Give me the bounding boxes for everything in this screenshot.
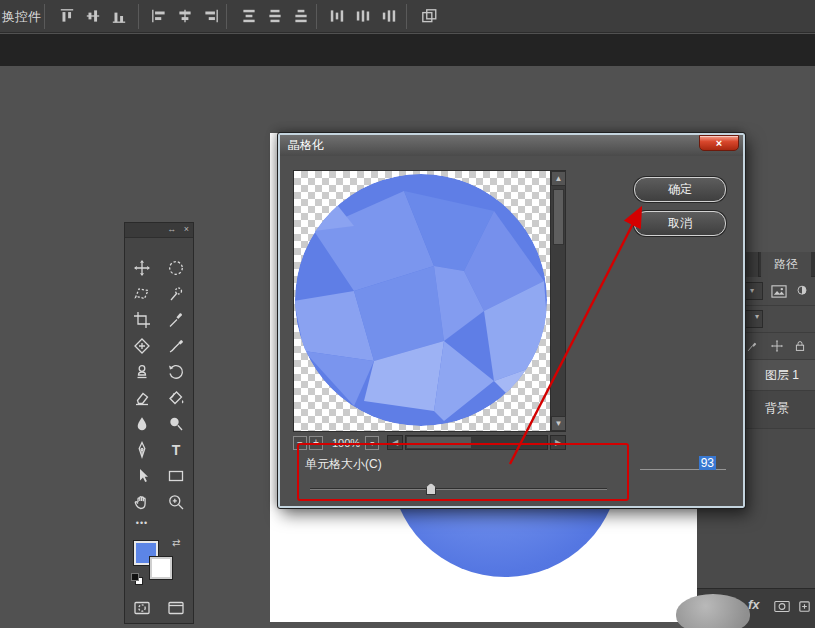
clone-stamp-tool[interactable]: [125, 359, 159, 385]
scroll-left-icon[interactable]: ◀: [387, 435, 403, 450]
path-selection-tool[interactable]: [125, 463, 159, 489]
distribute-right-icon[interactable]: [380, 7, 398, 25]
lock-brush-icon[interactable]: [745, 338, 761, 354]
image-thumbnail-icon[interactable]: [770, 283, 788, 299]
dialog-body: ▲ ▼ − + 100% ▾ ◀ ▶ 确定 取消 单元格大小(C) 93: [280, 156, 743, 506]
new-layer-icon[interactable]: [797, 599, 812, 614]
zoom-dropdown-icon[interactable]: ▾: [365, 436, 379, 450]
tools-grid: T: [125, 255, 193, 515]
dialog-title: 晶格化: [288, 138, 324, 152]
zoom-tool[interactable]: [159, 489, 193, 515]
close-panel-icon[interactable]: ×: [184, 224, 189, 234]
slider-thumb[interactable]: [426, 483, 436, 495]
align-right-icon[interactable]: [202, 7, 220, 25]
quick-selection-tool[interactable]: [159, 281, 193, 307]
cell-size-label: 单元格大小(C): [305, 456, 382, 473]
collapse-panel-icon[interactable]: ↔: [167, 224, 176, 234]
crop-tool[interactable]: [125, 307, 159, 333]
screen-mode-icon[interactable]: [159, 595, 193, 621]
divider: [226, 4, 227, 29]
default-colors-icon[interactable]: [131, 573, 145, 587]
slider-track: [310, 488, 607, 490]
ok-button[interactable]: 确定: [634, 177, 726, 202]
divider: [316, 4, 317, 29]
background-color-swatch[interactable]: [150, 557, 172, 579]
dodge-tool[interactable]: [159, 411, 193, 437]
divider: [406, 4, 407, 29]
hscroll-thumb[interactable]: [407, 437, 471, 448]
cancel-button[interactable]: 取消: [634, 211, 726, 236]
cell-size-slider[interactable]: [310, 483, 607, 495]
elliptical-marquee-tool[interactable]: [159, 255, 193, 281]
blur-tool[interactable]: [125, 411, 159, 437]
quick-mask-icon[interactable]: [125, 595, 159, 621]
eraser-tool[interactable]: [125, 385, 159, 411]
options-bar: 换控件: [0, 0, 815, 33]
brush-tool[interactable]: [159, 333, 193, 359]
cell-size-value: 93: [699, 456, 716, 470]
distribute-center-icon[interactable]: [354, 7, 372, 25]
polygonal-lasso-tool[interactable]: [125, 281, 159, 307]
crystallized-circle: [294, 171, 550, 431]
align-center-icon[interactable]: [176, 7, 194, 25]
scroll-right-icon[interactable]: ▶: [550, 435, 566, 450]
align-top-icon[interactable]: [58, 7, 76, 25]
tools-panel: ↔ ×: [124, 222, 194, 624]
preview-vscrollbar[interactable]: ▲ ▼: [550, 171, 565, 431]
default-fg-swatch: [131, 573, 139, 581]
chevron-down-icon: ▾: [755, 312, 759, 321]
hand-tool[interactable]: [125, 489, 159, 515]
history-brush-tool[interactable]: [159, 359, 193, 385]
close-button[interactable]: ×: [699, 135, 739, 151]
preview-hscrollbar[interactable]: [405, 435, 548, 450]
patch-tool[interactable]: [125, 333, 159, 359]
pen-tool[interactable]: [125, 437, 159, 463]
divider: [44, 4, 45, 29]
rectangle-tool[interactable]: [159, 463, 193, 489]
preview-image[interactable]: [294, 171, 550, 431]
lock-all-icon[interactable]: [792, 338, 808, 354]
lock-position-icon[interactable]: [769, 338, 785, 354]
filter-preview: ▲ ▼: [293, 170, 566, 432]
swap-colors-icon[interactable]: ⇄: [172, 537, 180, 548]
align-bottom-icon[interactable]: [110, 7, 128, 25]
cell-size-input[interactable]: 93: [640, 453, 726, 470]
tools-panel-header: ↔ ×: [125, 223, 193, 238]
distribute-bottom-icon[interactable]: [292, 7, 310, 25]
edit-toolbar-button[interactable]: •••: [125, 515, 159, 531]
adjustment-icon[interactable]: [794, 283, 810, 299]
align-left-icon[interactable]: [150, 7, 168, 25]
gray-shape: [676, 594, 750, 628]
zoom-out-button[interactable]: −: [293, 436, 307, 450]
add-mask-icon[interactable]: [773, 599, 791, 614]
transform-controls-label: 换控件: [2, 8, 41, 26]
auto-align-icon[interactable]: [420, 7, 438, 25]
paint-bucket-tool[interactable]: [159, 385, 193, 411]
tab-paths[interactable]: 路径: [761, 252, 811, 277]
zoom-level: 100%: [332, 437, 360, 449]
color-swatches: ⇄: [125, 535, 195, 591]
distribute-top-icon[interactable]: [240, 7, 258, 25]
photoshop-window: 换控件: [0, 0, 815, 628]
scroll-up-icon[interactable]: ▲: [551, 171, 566, 186]
divider: [138, 4, 139, 29]
crystallize-dialog: 晶格化 ×: [278, 133, 745, 508]
align-middle-icon[interactable]: [84, 7, 102, 25]
preview-zoom-controls: − + 100% ▾ ◀ ▶: [293, 434, 566, 451]
eyedropper-tool[interactable]: [159, 307, 193, 333]
move-tool[interactable]: [125, 255, 159, 281]
type-tool[interactable]: T: [159, 437, 193, 463]
distribute-left-icon[interactable]: [328, 7, 346, 25]
menu-shadow-bar: [0, 34, 815, 66]
scroll-down-icon[interactable]: ▼: [551, 416, 566, 431]
distribute-middle-icon[interactable]: [266, 7, 284, 25]
dialog-title-bar[interactable]: 晶格化 ×: [280, 135, 743, 156]
zoom-in-button[interactable]: +: [309, 436, 323, 450]
layer-style-fx-icon[interactable]: fx: [748, 597, 760, 612]
vscroll-thumb[interactable]: [553, 189, 564, 245]
